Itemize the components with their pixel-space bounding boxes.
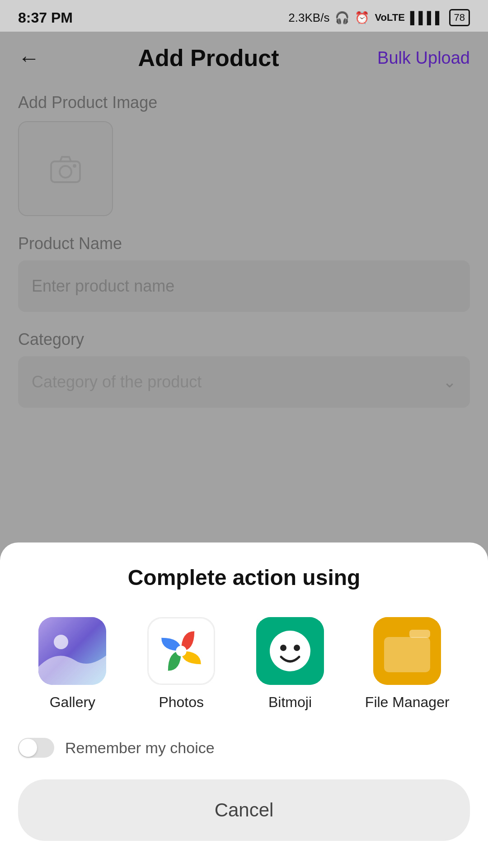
bitmoji-icon <box>256 617 324 685</box>
file-manager-svg <box>373 617 441 685</box>
svg-point-4 <box>54 635 68 649</box>
signal-icon: ▌▌▌▌ <box>410 11 444 25</box>
file-manager-label: File Manager <box>365 694 450 711</box>
gallery-label: Gallery <box>50 694 95 711</box>
file-manager-icon <box>373 617 441 685</box>
app-options-row: Gallery <box>18 617 470 711</box>
toggle-knob <box>19 739 37 757</box>
status-time: 8:37 PM <box>18 9 73 26</box>
bottom-sheet-title: Complete action using <box>18 565 470 590</box>
bottom-sheet: Complete action using <box>0 542 488 868</box>
battery-icon: 78 <box>449 9 470 26</box>
network-speed: 2.3KB/s <box>288 11 329 25</box>
photos-icon <box>147 617 215 685</box>
photos-label: Photos <box>159 694 204 711</box>
volte-icon: VoLTE <box>375 12 404 24</box>
app-content: ← Add Product Bulk Upload Add Product Im… <box>0 32 488 868</box>
remember-label: Remember my choice <box>65 739 215 757</box>
gallery-svg <box>38 617 106 685</box>
gallery-option[interactable]: Gallery <box>38 617 106 711</box>
svg-point-10 <box>294 645 300 651</box>
status-icons: 2.3KB/s 🎧 ⏰ VoLTE ▌▌▌▌ 78 <box>288 9 470 26</box>
photos-option[interactable]: Photos <box>147 617 215 711</box>
remember-row: Remember my choice <box>18 738 470 758</box>
svg-point-8 <box>270 631 310 671</box>
svg-rect-12 <box>409 630 430 638</box>
remember-toggle[interactable] <box>18 738 54 758</box>
bitmoji-label: Bitmoji <box>268 694 312 711</box>
gallery-icon <box>38 617 106 685</box>
status-bar: 8:37 PM 2.3KB/s 🎧 ⏰ VoLTE ▌▌▌▌ 78 <box>0 0 488 32</box>
svg-point-6 <box>176 646 187 656</box>
bitmoji-option[interactable]: Bitmoji <box>256 617 324 711</box>
svg-rect-13 <box>384 637 430 672</box>
svg-point-9 <box>280 645 286 651</box>
file-manager-option[interactable]: File Manager <box>365 617 450 711</box>
headphone-icon: 🎧 <box>335 11 349 25</box>
cancel-button[interactable]: Cancel <box>18 779 470 841</box>
photos-svg <box>148 617 214 685</box>
bitmoji-svg <box>256 617 324 685</box>
alarm-icon: ⏰ <box>355 11 369 25</box>
